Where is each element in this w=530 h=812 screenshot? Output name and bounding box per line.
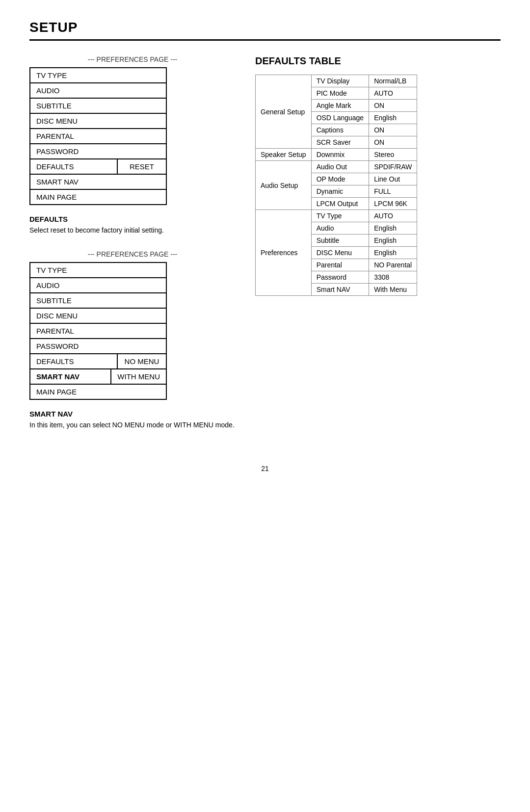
top-menu-box: TV TYPE AUDIO SUBTITLE DISC MENU PARENTA… xyxy=(29,67,167,205)
bottom-menu-item-defaults: DEFAULTS xyxy=(30,354,117,369)
left-column: --- PREFERENCES PAGE --- TV TYPE AUDIO S… xyxy=(29,55,236,445)
defaults-description-text: Select reset to become factory initial s… xyxy=(29,225,236,236)
bottom-smart-nav-row: SMART NAV WITH MENU xyxy=(30,369,166,384)
bottom-menu-item-disc-menu: DISC MENU xyxy=(30,308,166,323)
defaults-table: General SetupTV DisplayNormal/LBPIC Mode… xyxy=(255,75,417,296)
bottom-menu-box: TV TYPE AUDIO SUBTITLE DISC MENU PARENTA… xyxy=(29,262,167,400)
bottom-menu-item-tv-type: TV TYPE xyxy=(30,262,166,278)
bottom-menu-item-main-page: MAIN PAGE xyxy=(30,384,166,399)
bottom-defaults-row: DEFAULTS NO MENU xyxy=(30,354,166,369)
menu-item-parental: PARENTAL xyxy=(30,129,166,144)
bottom-menu-item-subtitle: SUBTITLE xyxy=(30,293,166,308)
menu-item-smart-nav: SMART NAV xyxy=(30,174,166,189)
page-number: 21 xyxy=(29,465,501,472)
table-row: PreferencesTV TypeAUTO xyxy=(256,210,417,222)
menu-item-defaults: DEFAULTS xyxy=(30,159,117,174)
defaults-description-title: DEFAULTS xyxy=(29,215,236,223)
no-menu-button[interactable]: NO MENU xyxy=(117,354,166,369)
top-preferences-section: --- PREFERENCES PAGE --- TV TYPE AUDIO S… xyxy=(29,55,236,205)
bottom-preferences-section: --- PREFERENCES PAGE --- TV TYPE AUDIO S… xyxy=(29,250,236,400)
menu-item-main-page: MAIN PAGE xyxy=(30,189,166,205)
bottom-section-label: --- PREFERENCES PAGE --- xyxy=(29,250,236,258)
table-row: General SetupTV DisplayNormal/LB xyxy=(256,75,417,87)
with-menu-button[interactable]: WITH MENU xyxy=(111,369,166,384)
smart-nav-description-title: SMART NAV xyxy=(29,410,236,418)
menu-item-disc-menu: DISC MENU xyxy=(30,113,166,129)
table-row: Speaker SetupDownmixStereo xyxy=(256,149,417,161)
top-section-label: --- PREFERENCES PAGE --- xyxy=(29,55,236,63)
bottom-menu-item-smart-nav: SMART NAV xyxy=(30,369,111,384)
bottom-menu-item-password: PASSWORD xyxy=(30,339,166,354)
smart-nav-description: SMART NAV In this item, you can select N… xyxy=(29,410,236,430)
bottom-menu-item-parental: PARENTAL xyxy=(30,323,166,339)
menu-item-subtitle: SUBTITLE xyxy=(30,98,166,113)
table-row: Audio SetupAudio OutSPDIF/RAW xyxy=(256,161,417,173)
bottom-menu-item-audio: AUDIO xyxy=(30,278,166,293)
defaults-table-title: DEFAULTS TABLE xyxy=(255,55,501,67)
right-column: DEFAULTS TABLE General SetupTV DisplayNo… xyxy=(255,55,501,445)
defaults-description: DEFAULTS Select reset to become factory … xyxy=(29,215,236,236)
defaults-row: DEFAULTS RESET xyxy=(30,159,166,174)
menu-item-tv-type: TV TYPE xyxy=(30,68,166,83)
menu-item-password: PASSWORD xyxy=(30,144,166,159)
reset-button[interactable]: RESET xyxy=(117,159,166,174)
page-title: SETUP xyxy=(29,20,501,41)
menu-item-audio: AUDIO xyxy=(30,83,166,98)
main-content: --- PREFERENCES PAGE --- TV TYPE AUDIO S… xyxy=(29,55,501,445)
smart-nav-description-text: In this item, you can select NO MENU mod… xyxy=(29,420,236,430)
